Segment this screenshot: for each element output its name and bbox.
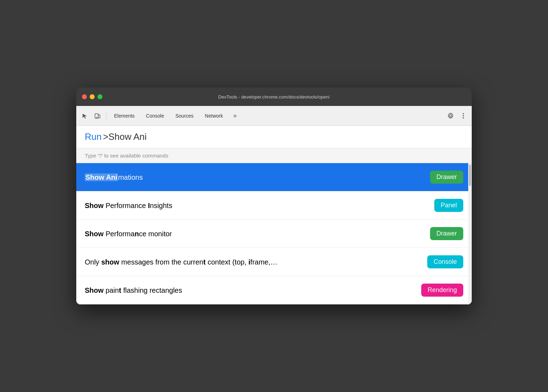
tab-console[interactable]: Console xyxy=(141,111,169,121)
command-bar[interactable]: Run >Show Ani xyxy=(76,126,472,148)
match-bold-5: Show xyxy=(85,286,103,294)
match-rest-1: mations xyxy=(118,173,143,181)
result-text-show-perf-insights: Show Performance Insights xyxy=(85,201,434,210)
minimize-button[interactable] xyxy=(90,94,95,99)
result-text-show-paint: Show paint flashing rectangles xyxy=(85,286,421,295)
badge-drawer-1: Drawer xyxy=(430,171,463,184)
result-text-show-messages: Only show messages from the current cont… xyxy=(85,257,427,267)
traffic-lights xyxy=(82,94,102,99)
match-bold-3: Show xyxy=(85,230,103,238)
devtools-toolbar: Elements Console Sources Network » xyxy=(76,106,472,126)
command-input-line: Run >Show Ani xyxy=(85,131,463,142)
result-show-messages[interactable]: Only show messages from the current cont… xyxy=(76,248,472,276)
svg-point-2 xyxy=(96,117,97,118)
result-show-paint-flashing[interactable]: Show paint flashing rectangles Rendering xyxy=(76,276,472,304)
svg-point-3 xyxy=(449,115,452,117)
devtools-window: DevTools - developer.chrome.com/docs/dev… xyxy=(76,88,472,304)
match-rest-2: Performance Insights xyxy=(103,202,172,209)
scrollbar-thumb[interactable] xyxy=(469,165,471,186)
window-title: DevTools - developer.chrome.com/docs/dev… xyxy=(218,94,330,100)
result-text-show-animations: Show Animations xyxy=(85,173,430,182)
close-button[interactable] xyxy=(82,94,87,99)
result-show-performance-insights[interactable]: Show Performance Insights Panel xyxy=(76,191,472,220)
command-run-label: Run xyxy=(85,131,102,142)
command-hint: Type '?' to see available commands xyxy=(76,148,472,163)
match-rest-3: Performance monitor xyxy=(103,230,172,238)
prefix-4: Only xyxy=(85,258,101,266)
command-input-text: >Show Ani xyxy=(103,131,147,142)
tab-sources[interactable]: Sources xyxy=(171,111,198,121)
more-options-button[interactable] xyxy=(458,110,469,121)
tab-network[interactable]: Network xyxy=(200,111,228,121)
toolbar-divider xyxy=(106,112,106,120)
match-bold-2: Show xyxy=(85,202,103,209)
svg-rect-1 xyxy=(98,115,100,118)
more-tabs-button[interactable]: » xyxy=(230,111,240,121)
inspect-icon[interactable] xyxy=(79,110,90,121)
match-bold-1: Show Ani xyxy=(85,173,118,181)
results-list: Show Animations Drawer Show Performance … xyxy=(76,163,472,304)
match-rest-5: paint flashing rectangles xyxy=(103,286,182,294)
badge-drawer-2: Drawer xyxy=(430,227,463,240)
result-show-animations[interactable]: Show Animations Drawer xyxy=(76,163,472,191)
maximize-button[interactable] xyxy=(97,94,102,99)
scrollbar-track[interactable] xyxy=(468,163,472,304)
svg-point-5 xyxy=(463,115,464,117)
titlebar: DevTools - developer.chrome.com/docs/dev… xyxy=(76,88,472,106)
match-bold-4: show xyxy=(101,258,119,266)
svg-point-4 xyxy=(463,113,464,114)
svg-point-6 xyxy=(463,117,464,119)
settings-button[interactable] xyxy=(445,110,456,121)
results-wrapper: Show Animations Drawer Show Performance … xyxy=(76,163,472,304)
tab-elements[interactable]: Elements xyxy=(109,111,139,121)
match-rest-4: messages from the current context (top, … xyxy=(119,258,278,266)
badge-rendering-1: Rendering xyxy=(421,284,463,297)
badge-console-1: Console xyxy=(427,255,463,268)
devtools-container: Elements Console Sources Network » xyxy=(76,106,472,304)
result-show-performance-monitor[interactable]: Show Performance monitor Drawer xyxy=(76,220,472,248)
device-toggle-icon[interactable] xyxy=(92,110,103,121)
badge-panel-1: Panel xyxy=(434,199,463,212)
result-text-show-perf-monitor: Show Performance monitor xyxy=(85,229,430,238)
